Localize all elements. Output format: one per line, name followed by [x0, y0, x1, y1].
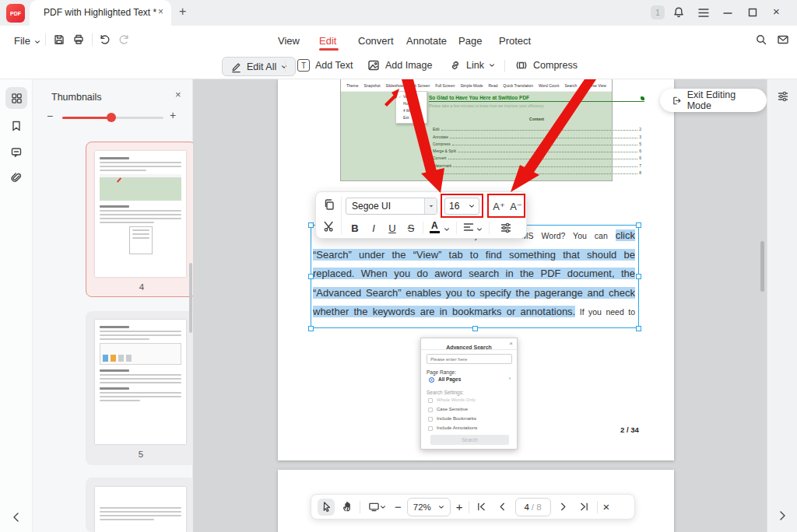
exit-editing-mode-button[interactable]: Exit Editing Mode — [660, 89, 767, 112]
chevron-down-icon[interactable] — [476, 226, 483, 233]
divider — [504, 60, 505, 72]
font-family-select[interactable]: Segoe UI — [346, 198, 437, 215]
font-family-dropdown-icon[interactable] — [424, 198, 437, 214]
resize-handle[interactable] — [636, 274, 641, 279]
all-pages-radio — [429, 377, 434, 383]
page-range-label: Page Range: — [427, 369, 456, 375]
divider — [341, 197, 342, 235]
hamburger-menu-icon[interactable] — [697, 8, 710, 18]
font-size-select[interactable]: 16 — [444, 198, 479, 215]
file-menu[interactable]: File — [14, 35, 30, 47]
italic-button[interactable]: I — [366, 219, 381, 236]
view-mode-button[interactable] — [364, 499, 389, 516]
font-color-button[interactable]: A — [430, 220, 440, 233]
maximize-icon[interactable] — [747, 7, 758, 18]
thumbnail-page-5[interactable]: 5 — [86, 311, 196, 465]
previous-page-button[interactable] — [494, 499, 511, 516]
toc-row: Compress5 — [433, 139, 641, 146]
tab-close-icon[interactable]: × — [158, 6, 163, 17]
text-edit-box[interactable]: always do in MS Word? You can click “Sea… — [311, 225, 639, 328]
advanced-search-dialog-image: Advanced Search × Page Range: All Pages … — [420, 338, 518, 450]
current-page-value: 4 — [524, 502, 528, 512]
page-number-input[interactable]: 4 / 8 — [515, 498, 551, 516]
thumbnail-page-6[interactable] — [86, 478, 196, 532]
edit-all-label: Edit All — [247, 61, 276, 72]
link-button[interactable]: Link — [449, 59, 495, 72]
paperclip-icon[interactable] — [10, 172, 23, 184]
add-image-button[interactable]: Add Image — [367, 59, 432, 72]
collapse-sidebar-chevron-icon[interactable] — [11, 512, 22, 523]
properties-panel-icon[interactable] — [777, 90, 789, 103]
copy-icon[interactable] — [323, 198, 335, 211]
option-whole-words: Whole Words Only — [437, 397, 476, 402]
option-case-sensitive: Case Sensitive — [437, 407, 468, 411]
strikethrough-button[interactable]: S — [403, 219, 419, 236]
decrease-font-button[interactable]: A⁻ — [508, 198, 524, 215]
emb-quicktranslation: Quick Translation — [503, 83, 533, 88]
thumbnail-size-slider-handle[interactable] — [107, 113, 116, 122]
emb-snapshot: Snapshot — [363, 83, 380, 88]
divider — [360, 501, 360, 513]
next-page-button[interactable] — [555, 499, 572, 516]
option-include-annotations: Include Annotations — [437, 425, 477, 430]
menu-view[interactable]: View — [278, 35, 300, 47]
undo-icon[interactable] — [98, 33, 111, 46]
resize-handle[interactable] — [308, 274, 314, 279]
right-sidebar-rail — [767, 79, 797, 532]
thumbnail-page-4[interactable]: 4 — [86, 142, 196, 297]
hand-tool-button[interactable] — [339, 499, 356, 516]
cut-scissors-icon[interactable] — [323, 220, 335, 233]
mail-icon[interactable] — [777, 33, 789, 46]
thumbnails-panel-button[interactable] — [5, 87, 27, 109]
document-scrollbar[interactable] — [760, 241, 764, 292]
thumbnails-scrollbar[interactable] — [189, 263, 192, 333]
zoom-in-thumbnails-button[interactable]: + — [170, 109, 176, 121]
resize-handle[interactable] — [308, 326, 314, 331]
compress-button[interactable]: Compress — [515, 59, 578, 72]
first-page-button[interactable] — [473, 499, 490, 516]
more-properties-icon[interactable] — [500, 222, 512, 234]
minimize-icon[interactable] — [722, 9, 733, 18]
menu-edit-active[interactable]: Edit — [319, 35, 336, 47]
editable-text[interactable]: always do in MS Word? You can click “Sea… — [313, 226, 635, 327]
panel-close-icon[interactable]: × — [175, 89, 181, 100]
last-page-button[interactable] — [576, 499, 593, 516]
menu-page[interactable]: Page — [458, 35, 482, 47]
bell-icon[interactable] — [672, 6, 685, 19]
new-tab-button[interactable]: + — [179, 5, 186, 19]
comment-icon[interactable] — [10, 146, 23, 159]
menu-protect[interactable]: Protect — [499, 35, 531, 47]
resize-handle[interactable] — [308, 222, 314, 228]
zoom-level-select[interactable]: 72% — [407, 498, 451, 516]
increase-font-button[interactable]: A⁺ — [491, 198, 507, 215]
redo-icon[interactable] — [118, 33, 131, 46]
toc-row: Sign8 — [433, 168, 641, 175]
close-toolbar-icon[interactable]: × — [602, 500, 612, 513]
window-close-icon[interactable]: × — [773, 5, 780, 18]
save-icon[interactable] — [53, 33, 65, 46]
bold-button[interactable]: B — [347, 219, 363, 236]
menu-convert[interactable]: Convert — [358, 35, 394, 47]
print-icon[interactable] — [72, 33, 85, 46]
checkbox — [428, 417, 433, 422]
search-icon[interactable] — [755, 33, 767, 46]
zoom-out-thumbnails-button[interactable]: − — [47, 110, 53, 122]
thumbnails-grid-icon — [11, 93, 23, 104]
underline-button[interactable]: U — [384, 219, 400, 236]
zoom-out-button[interactable]: − — [393, 500, 403, 513]
expand-panel-chevron-icon[interactable] — [777, 510, 788, 521]
notification-badge[interactable]: 1 — [651, 5, 665, 19]
chevron-down-icon[interactable] — [444, 226, 450, 233]
menu-annotate[interactable]: Annotate — [406, 35, 447, 47]
emb-splitscreen: Split Screen — [409, 83, 430, 88]
document-tab[interactable]: PDF with Highlighted Text * × — [30, 0, 171, 26]
add-text-button[interactable]: T Add Text — [297, 59, 353, 72]
resize-handle[interactable] — [472, 326, 478, 331]
resize-handle[interactable] — [636, 326, 641, 331]
align-button[interactable] — [463, 222, 474, 232]
select-tool-button[interactable] — [318, 499, 335, 516]
resize-handle[interactable] — [636, 222, 641, 228]
dialog-search-input — [427, 354, 512, 364]
bookmark-icon[interactable] — [10, 120, 23, 132]
zoom-in-button[interactable]: + — [455, 500, 465, 513]
